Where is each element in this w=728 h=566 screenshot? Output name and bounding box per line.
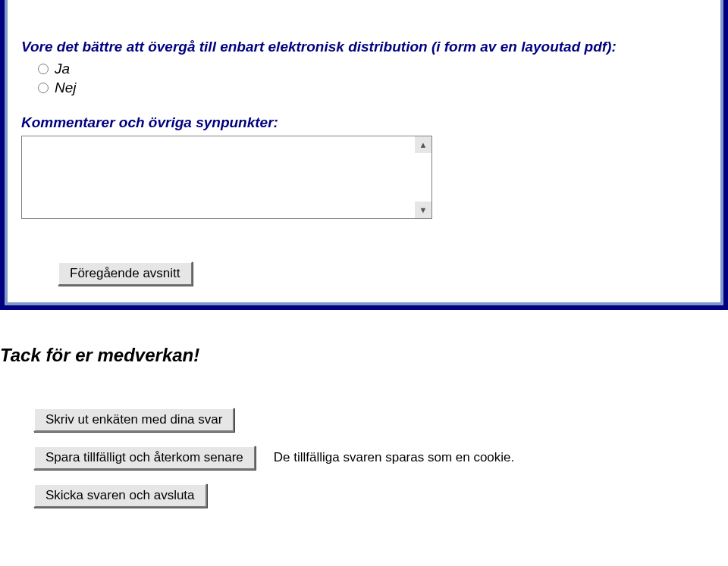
comments-textarea[interactable]: ▲ ▼ [21, 136, 432, 219]
radio-icon [38, 83, 49, 93]
submit-button[interactable]: Skicka svaren och avsluta [33, 483, 207, 508]
comments-textarea-content[interactable] [24, 139, 413, 216]
radio-icon [38, 64, 49, 74]
print-button[interactable]: Skriv ut enkäten med dina svar [33, 408, 234, 432]
scrollbar[interactable]: ▲ ▼ [415, 136, 431, 218]
save-temp-button[interactable]: Spara tillfälligt och återkom senare [33, 446, 256, 470]
question-label: Vore det bättre att övergå till enbart e… [21, 38, 707, 56]
scroll-up-icon[interactable]: ▲ [415, 136, 431, 153]
form-panel-inner: Vore det bättre att övergå till enbart e… [5, 0, 723, 305]
cookie-note: De tillfälliga svaren sparas som en cook… [274, 450, 514, 465]
thank-you-heading: Tack för er medverkan! [0, 345, 728, 366]
radio-option-yes[interactable]: Ja [21, 61, 707, 77]
form-panel: Vore det bättre att övergå till enbart e… [0, 0, 728, 310]
comments-label: Kommentarer och övriga synpunkter: [21, 114, 707, 131]
scroll-down-icon[interactable]: ▼ [415, 202, 431, 218]
radio-option-label: Nej [55, 80, 77, 96]
previous-section-button[interactable]: Föregående avsnitt [58, 261, 193, 286]
radio-option-no[interactable]: Nej [21, 80, 707, 96]
radio-option-label: Ja [55, 61, 70, 77]
